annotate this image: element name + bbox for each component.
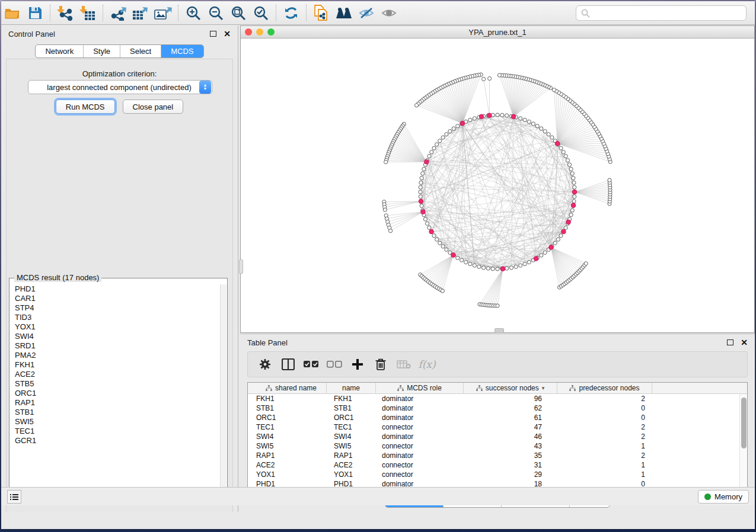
mcds-node[interactable]: [425, 159, 429, 164]
ring-node[interactable]: [564, 226, 567, 229]
table-row[interactable]: SWI5SWI5connector431: [248, 441, 747, 451]
list-item[interactable]: RAP1: [15, 398, 220, 408]
ring-node[interactable]: [473, 264, 476, 267]
mcds-node[interactable]: [549, 245, 554, 250]
ring-node[interactable]: [496, 267, 499, 271]
mcds-node[interactable]: [566, 220, 571, 225]
export-image-icon[interactable]: [152, 3, 174, 23]
ring-node[interactable]: [428, 226, 431, 229]
mcds-node[interactable]: [534, 257, 538, 261]
ring-node[interactable]: [564, 154, 567, 158]
list-item[interactable]: PMA2: [15, 351, 220, 360]
tab-network[interactable]: Network: [36, 45, 83, 57]
search-input[interactable]: [576, 5, 747, 21]
ring-node[interactable]: [441, 136, 445, 139]
mcds-node[interactable]: [419, 199, 423, 204]
deselect-all-icon[interactable]: [326, 355, 343, 374]
ring-node[interactable]: [559, 146, 563, 150]
ring-node[interactable]: [572, 176, 575, 180]
mcds-node[interactable]: [451, 253, 456, 258]
ring-node[interactable]: [547, 133, 550, 136]
mcds-node[interactable]: [562, 229, 566, 234]
ring-node[interactable]: [540, 254, 543, 257]
ring-node[interactable]: [519, 264, 522, 267]
vertical-splitter-grip[interactable]: [239, 259, 243, 274]
mcds-node[interactable]: [460, 121, 465, 126]
ring-node[interactable]: [456, 124, 460, 128]
list-item[interactable]: YOX1: [15, 322, 220, 332]
table-row[interactable]: YOX1YOX1connector291: [248, 470, 747, 479]
leaf-node[interactable]: [384, 160, 388, 164]
list-item[interactable]: SRD1: [15, 341, 220, 351]
ring-node[interactable]: [438, 241, 442, 245]
ring-node[interactable]: [519, 117, 522, 120]
table-scrollbar-thumb[interactable]: [741, 398, 747, 448]
mcds-list-scrollbar[interactable]: [220, 284, 227, 497]
import-table-icon[interactable]: [76, 3, 99, 23]
gear-icon[interactable]: [256, 355, 274, 374]
ring-node[interactable]: [505, 267, 509, 270]
ring-node[interactable]: [527, 120, 531, 123]
import-network-icon[interactable]: [54, 3, 76, 23]
ring-node[interactable]: [435, 238, 439, 241]
leaf-node[interactable]: [496, 304, 499, 307]
mcds-node[interactable]: [500, 267, 505, 271]
close-panel-button[interactable]: Close panel: [123, 100, 184, 114]
ring-node[interactable]: [423, 217, 427, 221]
ring-node[interactable]: [445, 248, 448, 251]
save-session-icon[interactable]: [24, 3, 46, 23]
ring-node[interactable]: [572, 200, 576, 203]
ring-node[interactable]: [523, 262, 527, 265]
leaf-node[interactable]: [488, 76, 492, 80]
ring-node[interactable]: [562, 150, 565, 154]
table-scrollbar[interactable]: [739, 394, 747, 491]
leaf-node[interactable]: [383, 208, 387, 211]
mcds-node[interactable]: [555, 141, 560, 146]
list-item[interactable]: ORC1: [15, 389, 220, 398]
zoom-out-icon[interactable]: [205, 3, 227, 23]
ring-node[interactable]: [445, 133, 448, 136]
ring-node[interactable]: [448, 130, 452, 133]
ring-node[interactable]: [486, 267, 490, 270]
list-item[interactable]: FKH1: [15, 360, 220, 370]
ring-node[interactable]: [553, 241, 557, 245]
ring-node[interactable]: [468, 262, 472, 265]
ring-node[interactable]: [432, 234, 436, 238]
ring-node[interactable]: [464, 260, 468, 264]
leaf-node[interactable]: [482, 77, 486, 81]
ring-node[interactable]: [435, 143, 439, 146]
leaf-node[interactable]: [608, 178, 611, 182]
list-item[interactable]: TID3: [15, 313, 220, 322]
ring-node[interactable]: [559, 234, 563, 238]
ring-node[interactable]: [569, 167, 573, 171]
ring-node[interactable]: [419, 195, 422, 198]
zoom-in-icon[interactable]: [182, 3, 205, 23]
table-row[interactable]: SWI4SWI4dominator462: [248, 432, 747, 441]
list-item[interactable]: TEC1: [15, 427, 220, 436]
ring-node[interactable]: [573, 185, 576, 189]
table-row[interactable]: RAP1RAP1dominator352: [248, 451, 747, 460]
close-table-panel-icon[interactable]: ✕: [741, 339, 748, 345]
ring-node[interactable]: [452, 127, 455, 130]
ring-node[interactable]: [572, 181, 576, 184]
ring-node[interactable]: [566, 159, 569, 162]
mcds-node[interactable]: [421, 210, 426, 214]
ring-node[interactable]: [556, 238, 560, 241]
list-item[interactable]: GCR1: [15, 436, 220, 446]
ring-node[interactable]: [491, 267, 495, 271]
network-canvas[interactable]: [241, 39, 754, 332]
ring-node[interactable]: [438, 139, 442, 143]
column-layout-icon[interactable]: [279, 355, 297, 374]
list-item[interactable]: SWI5: [15, 417, 220, 427]
network-window-titlebar[interactable]: YPA_prune.txt_1: [241, 26, 754, 39]
ring-node[interactable]: [500, 113, 504, 117]
ring-node[interactable]: [540, 127, 543, 130]
ring-node[interactable]: [543, 251, 547, 254]
hide-selected-icon[interactable]: [355, 3, 378, 23]
ring-node[interactable]: [481, 266, 485, 270]
tab-style[interactable]: Style: [83, 45, 120, 57]
float-table-panel-icon[interactable]: [727, 339, 733, 345]
ring-node[interactable]: [570, 209, 574, 212]
table-row[interactable]: ORC1ORC1dominator610: [248, 413, 747, 422]
ring-node[interactable]: [550, 136, 554, 139]
